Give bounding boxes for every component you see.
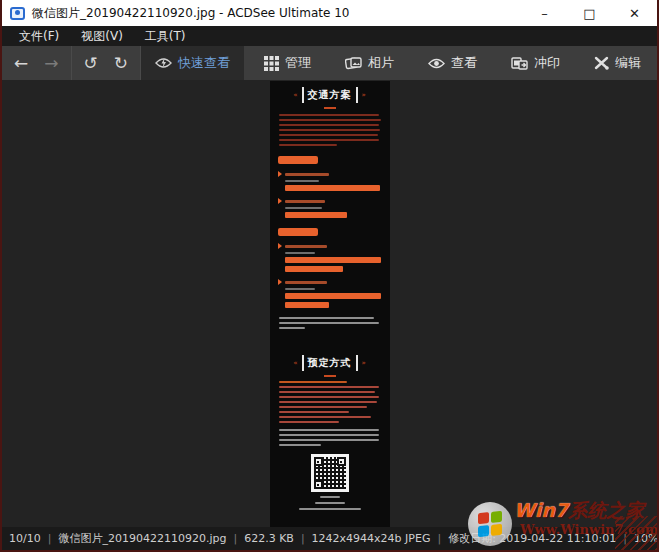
- status-bar: 10/10 微信图片_20190422110920.jpg 622.3 KB 1…: [2, 527, 657, 550]
- develop-print-icon: [511, 56, 528, 70]
- photo-section1-title: 交通方案: [302, 87, 358, 103]
- tab-label: 快速查看: [178, 54, 230, 72]
- photo-highlight-line: [285, 266, 343, 272]
- tab-develop[interactable]: 冲印: [497, 46, 574, 80]
- photos-icon: [345, 56, 362, 70]
- photo-day-tag: [278, 156, 318, 164]
- rotate-right-button[interactable]: ↻: [106, 46, 136, 80]
- close-button[interactable]: ✕: [612, 0, 657, 26]
- photo-list-item: [278, 279, 390, 285]
- tab-edit[interactable]: 编辑: [580, 46, 655, 80]
- back-button[interactable]: ←: [6, 46, 36, 80]
- status-modified-date: 修改日期: 2019-04-22 11:10:01: [430, 531, 616, 546]
- photo-list-item: [278, 198, 390, 204]
- photo-highlight-line: [285, 257, 381, 263]
- photo-notes: [270, 317, 390, 329]
- qr-caption-line: [315, 502, 345, 504]
- image-viewer-canvas: « 交通方案 »: [2, 80, 657, 527]
- forward-button[interactable]: →: [36, 46, 66, 80]
- acdsee-app-icon: [10, 7, 25, 20]
- tab-label: 编辑: [615, 54, 641, 72]
- tab-quick-view[interactable]: 快速查看: [141, 46, 244, 80]
- qr-caption-line: [299, 508, 361, 510]
- photo-paragraph: [270, 114, 390, 146]
- manage-grid-icon: [264, 56, 279, 71]
- photo-section1-header: « 交通方案 »: [270, 87, 390, 103]
- tab-label: 冲印: [534, 54, 560, 72]
- photo-sub-line: [285, 252, 315, 254]
- photo-highlight-line: [285, 302, 329, 308]
- menu-tools[interactable]: 工具(T): [134, 26, 197, 46]
- left-arrow-decoration: «: [293, 360, 297, 367]
- photo-booking-text: [270, 381, 390, 423]
- menu-view[interactable]: 视图(V): [70, 26, 134, 46]
- photo-section2-title: 预定方式: [302, 355, 358, 371]
- minimize-button[interactable]: –: [522, 0, 567, 26]
- photo-sub-line: [285, 180, 319, 182]
- qr-caption-line: [320, 496, 340, 498]
- photo-booking-notes: [270, 429, 390, 446]
- photo-sub-line: [285, 288, 315, 290]
- tab-label: 相片: [368, 54, 394, 72]
- tab-photos[interactable]: 相片: [331, 46, 408, 80]
- right-arrow-decoration: »: [362, 92, 366, 99]
- tab-label: 管理: [285, 54, 311, 72]
- status-position: 10/10: [9, 532, 41, 545]
- right-arrow-decoration: »: [362, 360, 366, 367]
- tab-manage[interactable]: 管理: [250, 46, 325, 80]
- tab-view[interactable]: 查看: [414, 46, 491, 80]
- photo-highlight-line: [285, 185, 380, 191]
- edit-tools-icon: [594, 56, 609, 70]
- status-format: 1242x4944x24b JPEG: [294, 532, 431, 545]
- status-zoom-level: 10%: [616, 532, 658, 545]
- photo-section2-header: « 预定方式 »: [270, 355, 390, 371]
- section-divider: [324, 107, 336, 109]
- menu-bar: 文件(F) 视图(V) 工具(T): [2, 26, 657, 46]
- photo-day-tag: [278, 228, 318, 236]
- left-arrow-decoration: «: [293, 92, 297, 99]
- photo-highlight-line: [285, 212, 347, 218]
- photo-list-item: [278, 171, 390, 177]
- window-title: 微信图片_20190422110920.jpg - ACDSee Ultimat…: [32, 5, 349, 22]
- status-filesize: 622.3 KB: [226, 532, 293, 545]
- rotate-left-button[interactable]: ↺: [76, 46, 106, 80]
- main-toolbar: ← → ↺ ↻ 快速查看 管理 相片: [2, 46, 657, 80]
- title-bar: 微信图片_20190422110920.jpg - ACDSee Ultimat…: [2, 0, 657, 26]
- qr-code: [311, 454, 349, 492]
- status-filename: 微信图片_20190422110920.jpg: [41, 531, 227, 546]
- displayed-photo[interactable]: « 交通方案 »: [270, 81, 390, 527]
- tab-label: 查看: [451, 54, 477, 72]
- photo-sub-line: [285, 207, 322, 209]
- quick-view-icon: [155, 56, 172, 70]
- maximize-button[interactable]: □: [567, 0, 612, 26]
- photo-list-item: [278, 243, 390, 249]
- view-eye-icon: [428, 57, 445, 70]
- photo-highlight-line: [285, 293, 381, 299]
- menu-file[interactable]: 文件(F): [8, 26, 70, 46]
- section-divider: [324, 375, 336, 377]
